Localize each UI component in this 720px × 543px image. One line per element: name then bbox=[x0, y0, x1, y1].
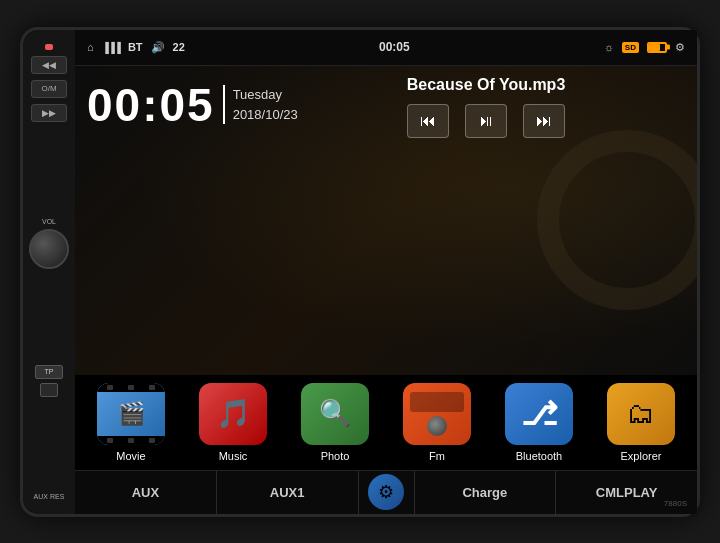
status-bar: ⌂ ▐▐▐ BT 🔊 22 00:05 ☼ SD ⚙ bbox=[75, 30, 697, 66]
movie-label: Movie bbox=[116, 450, 145, 462]
main-screen: ⌂ ▐▐▐ BT 🔊 22 00:05 ☼ SD ⚙ bbox=[75, 30, 697, 514]
bluetooth-label: Bluetooth bbox=[516, 450, 562, 462]
app-explorer[interactable]: 🗂 Explorer bbox=[607, 383, 675, 462]
charge-button[interactable]: Charge bbox=[415, 471, 557, 514]
vol-label: VOL bbox=[42, 218, 56, 225]
current-time: 00:05 bbox=[87, 82, 215, 128]
volume-level: 22 bbox=[173, 41, 185, 53]
song-title: Because Of You.mp3 bbox=[291, 76, 681, 94]
sq-button[interactable] bbox=[40, 383, 58, 397]
volume-icon: 🔊 bbox=[151, 41, 165, 54]
photo-icon: 🔍 bbox=[301, 383, 369, 445]
left-info-panel: 00:05 Tuesday 2018/10/23 bbox=[75, 66, 275, 375]
bluetooth-icon: ⎇ bbox=[505, 383, 573, 445]
app-music[interactable]: 🎵 Music bbox=[199, 383, 267, 462]
om-button[interactable]: O/M bbox=[31, 80, 67, 98]
media-controls: ⏮ ⏯ ⏭ bbox=[291, 104, 681, 138]
app-grid: 🎬 Movie 🎵 Music 🔍 Photo bbox=[75, 375, 697, 470]
volume-dial[interactable] bbox=[29, 229, 69, 269]
aux-res-label: AUX RES bbox=[34, 493, 65, 500]
next-button[interactable]: ⏭ bbox=[523, 104, 565, 138]
main-content-area: 00:05 Tuesday 2018/10/23 Because Of You.… bbox=[75, 66, 697, 375]
app-movie[interactable]: 🎬 Movie bbox=[97, 383, 165, 462]
bt-label: BT bbox=[128, 41, 143, 53]
tp-button[interactable]: TP bbox=[35, 365, 63, 379]
brightness-icon[interactable]: ☼ bbox=[604, 41, 614, 53]
sd-badge: SD bbox=[622, 42, 639, 53]
fm-label: Fm bbox=[429, 450, 445, 462]
settings-button[interactable]: ⚙ bbox=[359, 471, 415, 514]
left-controls-panel: ◀◀ O/M ▶▶ VOL TP AUX RES bbox=[23, 30, 75, 514]
prev-track-button[interactable]: ◀◀ bbox=[31, 56, 67, 74]
indicator-led bbox=[45, 44, 53, 50]
signal-icon: ▐▐▐ bbox=[102, 42, 120, 53]
settings-icon[interactable]: ⚙ bbox=[675, 41, 685, 54]
battery-icon bbox=[647, 42, 667, 53]
aux1-button[interactable]: AUX1 bbox=[217, 471, 359, 514]
bottom-bar: AUX AUX1 ⚙ Charge CMLPLAY bbox=[75, 470, 697, 514]
settings-gear-icon: ⚙ bbox=[368, 474, 404, 510]
music-icon: 🎵 bbox=[199, 383, 267, 445]
right-media-panel: Because Of You.mp3 ⏮ ⏯ ⏭ bbox=[275, 66, 697, 375]
status-time: 00:05 bbox=[379, 40, 410, 54]
next-track-button[interactable]: ▶▶ bbox=[31, 104, 67, 122]
explorer-label: Explorer bbox=[621, 450, 662, 462]
app-bluetooth[interactable]: ⎇ Bluetooth bbox=[505, 383, 573, 462]
app-photo[interactable]: 🔍 Photo bbox=[301, 383, 369, 462]
prev-button[interactable]: ⏮ bbox=[407, 104, 449, 138]
model-number: 7880S bbox=[664, 499, 687, 508]
car-stereo-unit: ◀◀ O/M ▶▶ VOL TP AUX RES ⌂ ▐▐▐ bbox=[20, 27, 700, 517]
fm-icon bbox=[403, 383, 471, 445]
music-label: Music bbox=[219, 450, 248, 462]
play-pause-button[interactable]: ⏯ bbox=[465, 104, 507, 138]
home-icon[interactable]: ⌂ bbox=[87, 41, 94, 53]
aux-button[interactable]: AUX bbox=[75, 471, 217, 514]
explorer-icon: 🗂 bbox=[607, 383, 675, 445]
movie-icon: 🎬 bbox=[97, 383, 165, 445]
photo-label: Photo bbox=[321, 450, 350, 462]
app-fm[interactable]: Fm bbox=[403, 383, 471, 462]
